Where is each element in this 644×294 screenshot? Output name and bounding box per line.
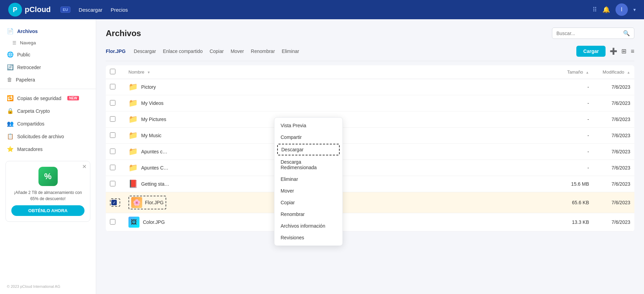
main-content: Archivos 🔍 Flor.JPG Descargar Enlace com… xyxy=(96,19,644,294)
folder-icon: 📁 xyxy=(128,147,138,156)
nav-precios[interactable]: Precios xyxy=(111,7,128,13)
size-column-header[interactable]: Tamaño ▲ xyxy=(552,65,593,79)
toolbar-filename: Flor.JPG xyxy=(106,48,126,54)
table-row[interactable]: 📕Getting sta… 15.6 MB 7/6/2023 xyxy=(106,176,634,192)
row-checkbox[interactable] xyxy=(110,181,115,186)
context-menu-item-copiar[interactable]: Copiar xyxy=(274,197,342,208)
file-modified-cell: 7/6/2023 xyxy=(593,144,634,160)
row-checkbox-checked[interactable]: ✓ xyxy=(111,200,117,205)
table-row[interactable]: 📁Apuntes C… - 7/6/2023 xyxy=(106,160,634,176)
table-row[interactable]: 📁Pictory - 7/6/2023 xyxy=(106,79,634,95)
file-name-label: Apuntes c… xyxy=(141,149,167,154)
nav-descargar[interactable]: Descargar xyxy=(79,7,102,13)
file-name-label: Apuntes C… xyxy=(141,165,168,171)
promo-button[interactable]: OBTÉNLO AHORA xyxy=(11,205,84,216)
row-checkbox[interactable] xyxy=(110,100,115,106)
sidebar-label-public: Public xyxy=(17,52,30,57)
row-checkbox[interactable] xyxy=(110,132,115,138)
file-name-label: My Videos xyxy=(141,100,163,106)
context-menu: Vista Previa Compartir Descargar Descarg… xyxy=(274,117,343,246)
select-all-checkbox[interactable] xyxy=(110,69,115,74)
name-column-header[interactable]: Nombre ▼ xyxy=(124,65,552,79)
table-row[interactable]: 📁My Videos - 7/6/2023 xyxy=(106,95,634,111)
toolbar-action-mover[interactable]: Mover xyxy=(230,48,244,54)
sidebar-item-retroceder[interactable]: 🔄 Retroceder xyxy=(0,61,96,74)
bell-icon[interactable]: 🔔 xyxy=(602,6,610,13)
context-menu-item-mover[interactable]: Mover xyxy=(274,185,342,197)
sidebar-item-navega[interactable]: ☰ Navega xyxy=(0,37,96,48)
sidebar-item-solicitudes[interactable]: 📋 Solicitudes de archivo xyxy=(0,130,96,143)
toolbar-action-copiar[interactable]: Copiar xyxy=(210,48,224,54)
sidebar-item-crypto[interactable]: 🔒 Carpeta Crypto xyxy=(0,105,96,117)
row-checkbox[interactable] xyxy=(110,149,115,154)
sidebar-item-marcadores[interactable]: ⭐ Marcadores xyxy=(0,143,96,155)
app-layout: 📄 Archivos ☰ Navega 🌐 Public 🔄 Retrocede… xyxy=(0,19,644,294)
sidebar-item-papelera[interactable]: 🗑 Papelera xyxy=(0,74,96,86)
context-menu-item-eliminar[interactable]: Eliminar xyxy=(274,173,342,185)
upload-button[interactable]: Cargar xyxy=(576,46,606,57)
file-size-cell: - xyxy=(552,95,593,111)
modified-column-header[interactable]: Modificado ▲ xyxy=(593,65,634,79)
search-input[interactable] xyxy=(556,31,620,36)
sidebar-divider xyxy=(0,89,96,89)
row-checkbox[interactable] xyxy=(110,84,115,89)
file-size-cell: - xyxy=(552,160,593,176)
grid-icon[interactable]: ⠿ xyxy=(592,6,597,13)
toolbar-action-enlace[interactable]: Enlace compartido xyxy=(163,48,203,54)
sidebar-item-copias[interactable]: 🔁 Copias de seguridad NEW xyxy=(0,92,96,105)
toolbar: Flor.JPG Descargar Enlace compartido Cop… xyxy=(106,46,634,61)
table-row[interactable]: 🖼Color.JPG 13.3 KB 7/6/2023 xyxy=(106,213,634,231)
context-menu-item-descarga-redim[interactable]: Descarga Redimensionada xyxy=(274,156,342,173)
sidebar-item-public[interactable]: 🌐 Public xyxy=(0,48,96,61)
sidebar-label-papelera: Papelera xyxy=(16,77,35,83)
file-name-label: My Music xyxy=(141,133,161,138)
context-menu-item-compartir[interactable]: Compartir xyxy=(274,131,342,143)
row-checkbox[interactable] xyxy=(110,219,115,225)
file-name-label: Pictory xyxy=(141,84,156,90)
table-row-selected[interactable]: ✓ 🌸 Flor.JPG 65.6 KB 7/6/2023 xyxy=(106,192,634,213)
sidebar-item-archivos[interactable]: 📄 Archivos xyxy=(0,25,96,37)
sort-icon[interactable]: ≡ xyxy=(631,48,634,55)
promo-badge: % xyxy=(38,167,58,186)
sidebar-label-copias: Copias de seguridad xyxy=(17,96,61,101)
file-name-label: Color.JPG xyxy=(143,219,165,225)
sidebar-label-marcadores: Marcadores xyxy=(17,146,43,152)
sidebar-label-navega: Navega xyxy=(20,40,36,45)
solicitudes-icon: 📋 xyxy=(7,133,14,140)
file-name-label: My Pictures xyxy=(141,117,166,122)
context-menu-item-revisiones[interactable]: Revisiones xyxy=(274,232,342,243)
context-menu-item-renombrar[interactable]: Renombrar xyxy=(274,208,342,220)
user-avatar[interactable]: I xyxy=(615,3,628,16)
archivos-icon: 📄 xyxy=(7,28,14,34)
logo[interactable]: P pCloud xyxy=(8,3,51,17)
sidebar-item-compartidos[interactable]: 👥 Compartidos xyxy=(0,117,96,130)
file-name-label: Getting sta… xyxy=(141,181,169,187)
table-row[interactable]: 📁My Music - 7/6/2023 xyxy=(106,128,634,144)
avatar-dropdown-icon[interactable]: ▾ xyxy=(633,7,636,12)
file-modified-cell: 7/6/2023 xyxy=(593,176,634,192)
promo-close-button[interactable]: ✕ xyxy=(82,163,87,170)
context-menu-item-vista[interactable]: Vista Previa xyxy=(274,120,342,131)
size-sort-icon: ▲ xyxy=(586,70,589,74)
context-menu-item-info[interactable]: Archivos información xyxy=(274,220,342,232)
table-row[interactable]: 📁My Pictures - 7/6/2023 xyxy=(106,111,634,128)
file-size-cell: 65.6 KB xyxy=(552,192,593,213)
copias-icon: 🔁 xyxy=(7,95,14,101)
file-modified-cell: 7/6/2023 xyxy=(593,213,634,231)
sidebar-label-retroceder: Retroceder xyxy=(17,65,41,70)
row-checkbox[interactable] xyxy=(110,165,115,170)
context-menu-item-descargar[interactable]: Descargar xyxy=(277,144,340,155)
navega-icon: ☰ xyxy=(12,40,16,45)
modified-sort-icon: ▲ xyxy=(627,70,630,74)
top-navigation: P pCloud EU Descargar Precios ⠿ 🔔 I ▾ xyxy=(0,0,644,19)
toolbar-action-descargar[interactable]: Descargar xyxy=(134,48,156,54)
search-bar[interactable]: 🔍 xyxy=(552,28,634,39)
file-modified-cell: 7/6/2023 xyxy=(593,160,634,176)
row-checkbox[interactable] xyxy=(110,116,115,122)
table-row[interactable]: 📁Apuntes c… - 7/6/2023 xyxy=(106,144,634,160)
folder-icon: 📁 xyxy=(128,115,138,124)
new-folder-icon[interactable]: ➕ xyxy=(610,47,617,55)
grid-view-icon[interactable]: ⊞ xyxy=(621,47,626,55)
toolbar-action-eliminar[interactable]: Eliminar xyxy=(282,48,299,54)
toolbar-action-renombrar[interactable]: Renombrar xyxy=(251,48,275,54)
